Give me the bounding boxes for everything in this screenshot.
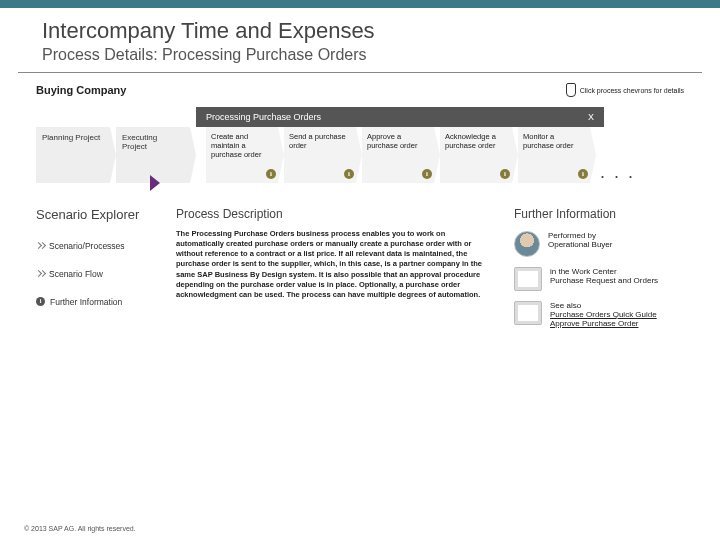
page-title: Intercompany Time and Expenses	[42, 18, 678, 44]
nav-scenario-flow[interactable]: Scenario Flow	[36, 269, 156, 279]
screenshot-thumb-icon	[514, 267, 542, 291]
sub-step[interactable]: Create and maintain a purchase order i	[206, 127, 278, 183]
further-information: Further Information Performed by Operati…	[514, 207, 684, 338]
click-hint: Click process chevrons for details	[566, 83, 684, 97]
sub-step-label: Monitor a purchase order	[523, 132, 573, 150]
brand-top-bar	[0, 0, 720, 8]
expanded-step-label: Processing Purchase Orders	[206, 112, 321, 122]
process-step-label: Planning Project	[42, 133, 100, 142]
context-row: Buying Company Click process chevrons fo…	[0, 73, 720, 101]
buying-company-label: Buying Company	[36, 84, 126, 96]
nav-label: Scenario/Processes	[49, 241, 125, 251]
scenario-explorer: Scenario Explorer Scenario/Processes Sce…	[36, 207, 156, 338]
sub-step[interactable]: Approve a purchase order i	[362, 127, 434, 183]
chevron-right-icon	[36, 243, 44, 248]
nav-label: Further Information	[50, 297, 122, 307]
sub-step[interactable]: Acknowledge a purchase order i	[440, 127, 512, 183]
close-icon[interactable]: X	[588, 112, 594, 122]
process-description-heading: Process Description	[176, 207, 494, 221]
further-info-item: Performed by Operational Buyer	[514, 231, 684, 257]
info-icon[interactable]: i	[266, 169, 276, 179]
fi-line: Performed by	[548, 231, 612, 240]
further-info-item: in the Work Center Purchase Request and …	[514, 267, 684, 291]
expanded-step-header: Processing Purchase Orders X	[196, 107, 604, 127]
process-step-label: Executing Project	[122, 133, 184, 151]
fi-link[interactable]: Purchase Orders Quick Guide	[550, 310, 657, 319]
chevron-right-icon	[36, 271, 44, 276]
process-step-planning[interactable]: Planning Project	[36, 127, 110, 183]
process-flow: Processing Purchase Orders X Planning Pr…	[0, 101, 720, 183]
sub-step-group: Create and maintain a purchase order i S…	[206, 127, 590, 183]
sub-step-label: Acknowledge a purchase order	[445, 132, 496, 150]
further-info-item: See also Purchase Orders Quick Guide App…	[514, 301, 684, 328]
sub-step-label: Approve a purchase order	[367, 132, 417, 150]
page-header: Intercompany Time and Expenses Process D…	[18, 8, 702, 73]
fi-link[interactable]: Approve Purchase Order	[550, 319, 657, 328]
info-icon[interactable]: i	[422, 169, 432, 179]
page-subtitle: Process Details: Processing Purchase Ord…	[42, 46, 678, 64]
sub-step[interactable]: Monitor a purchase order i	[518, 127, 590, 183]
fi-line: in the Work Center	[550, 267, 658, 276]
info-icon[interactable]: i	[500, 169, 510, 179]
info-icon[interactable]: i	[344, 169, 354, 179]
sub-step-label: Create and maintain a purchase order	[211, 132, 261, 159]
avatar-icon	[514, 231, 540, 257]
click-hint-text: Click process chevrons for details	[580, 87, 684, 94]
screenshot-thumb-icon	[514, 301, 542, 325]
lower-section: Scenario Explorer Scenario/Processes Sce…	[0, 183, 720, 338]
copyright: © 2013 SAP AG. All rights reserved.	[24, 525, 136, 532]
info-icon[interactable]: i	[578, 169, 588, 179]
sub-step[interactable]: Send a purchase order i	[284, 127, 356, 183]
current-step-marker-icon	[150, 175, 160, 191]
scenario-explorer-title-text: Scenario Explorer	[36, 207, 139, 222]
process-description: Process Description The Processing Purch…	[176, 207, 494, 338]
sub-step-label: Send a purchase order	[289, 132, 346, 150]
further-information-heading: Further Information	[514, 207, 684, 221]
nav-label: Scenario Flow	[49, 269, 103, 279]
pointer-icon	[566, 83, 576, 97]
info-icon: i	[36, 297, 45, 306]
scenario-explorer-title: Scenario Explorer	[36, 207, 156, 223]
more-steps-ellipsis: . . .	[600, 162, 635, 183]
fi-line: See also	[550, 301, 657, 310]
process-description-body: The Processing Purchase Orders business …	[176, 229, 494, 300]
nav-scenario-processes[interactable]: Scenario/Processes	[36, 241, 156, 251]
fi-line: Purchase Request and Orders	[550, 276, 658, 285]
fi-line: Operational Buyer	[548, 240, 612, 249]
nav-further-information[interactable]: i Further Information	[36, 297, 156, 307]
